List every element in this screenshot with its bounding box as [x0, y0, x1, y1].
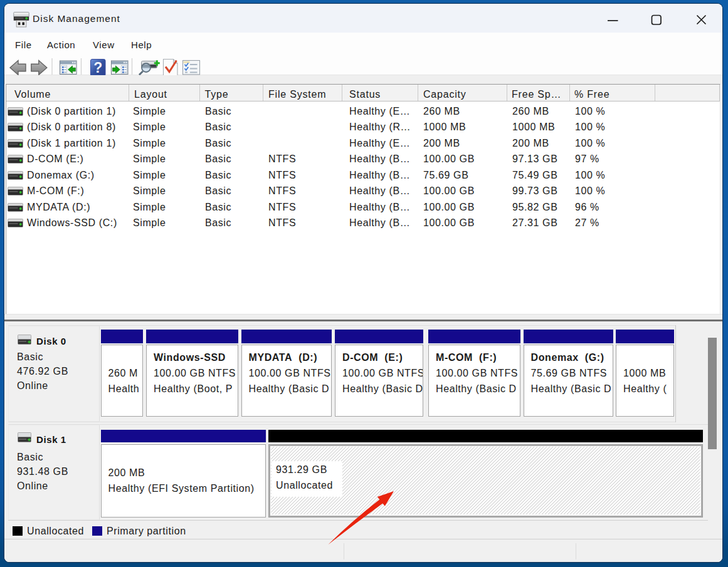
- svg-text:?: ?: [93, 60, 103, 76]
